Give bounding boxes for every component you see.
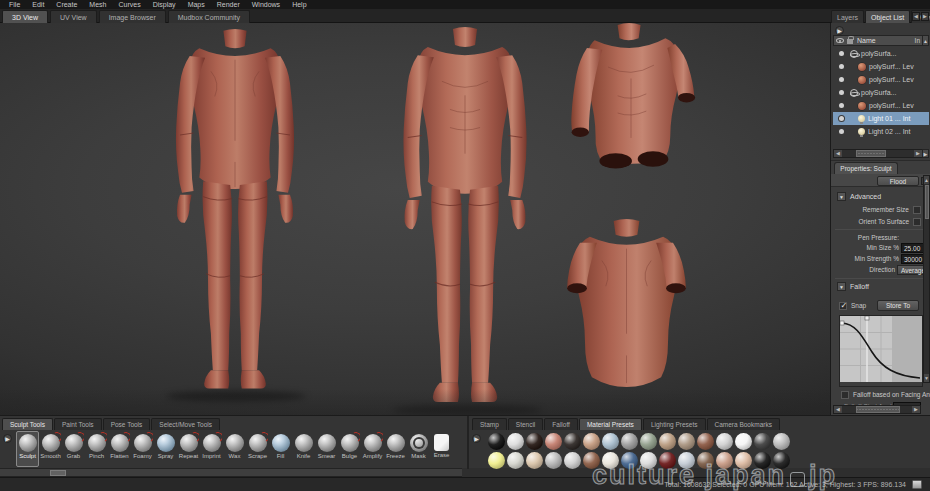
- collapse-triangle-icon[interactable]: ▼: [837, 192, 846, 201]
- menu-item-file[interactable]: File: [3, 0, 26, 9]
- visibility-dot-icon[interactable]: [839, 51, 844, 56]
- tool-grab[interactable]: Grab: [62, 431, 85, 467]
- material-preset-r1-12[interactable]: [697, 433, 714, 450]
- scroll-right-button[interactable]: ▶: [912, 406, 920, 413]
- material-preset-r2-5[interactable]: [564, 452, 581, 469]
- tab-image-browser[interactable]: Image Browser: [99, 10, 166, 23]
- panel-tabs-left-arrow[interactable]: ◀: [912, 12, 920, 21]
- tray-tab-stamp[interactable]: Stamp: [472, 418, 507, 430]
- model-torso-front[interactable]: [550, 23, 712, 181]
- material-preset-r2-2[interactable]: [507, 452, 524, 469]
- material-preset-r1-4[interactable]: [545, 433, 562, 450]
- scroll-left-button[interactable]: ◀: [834, 406, 842, 413]
- tab-uv-view[interactable]: UV View: [50, 10, 97, 23]
- material-preset-r2-6[interactable]: [583, 452, 600, 469]
- object-list-item-light-01-int[interactable]: Light 01 ... Int: [833, 112, 929, 125]
- visibility-dot-icon[interactable]: [839, 116, 844, 121]
- material-preset-r2-3[interactable]: [526, 452, 543, 469]
- falloff-curve-editor[interactable]: [839, 315, 923, 387]
- tray-tab-pose-tools[interactable]: Pose Tools: [103, 418, 151, 430]
- store-to-button[interactable]: Store To: [877, 300, 919, 311]
- scroll-corner[interactable]: ▶: [922, 149, 929, 158]
- menu-item-edit[interactable]: Edit: [26, 0, 50, 9]
- tool-repeat[interactable]: Repeat: [177, 431, 200, 467]
- scroll-down-button[interactable]: ▼: [924, 374, 929, 382]
- material-preset-r2-1[interactable]: [488, 452, 505, 469]
- tool-smooth[interactable]: Smooth: [39, 431, 62, 467]
- collapse-triangle-icon[interactable]: ▼: [837, 282, 846, 291]
- properties-hscrollbar[interactable]: ◀ ▶: [833, 405, 921, 414]
- scroll-thumb[interactable]: [856, 150, 886, 157]
- panel-tab-layers[interactable]: Layers: [831, 10, 864, 23]
- properties-tab[interactable]: Properties: Sculpt: [834, 162, 898, 174]
- model-body-back-view[interactable]: [146, 27, 324, 403]
- tool-pinch[interactable]: Pinch: [85, 431, 108, 467]
- tool-fill[interactable]: Fill: [269, 431, 292, 467]
- tool-foamy[interactable]: Foamy: [131, 431, 154, 467]
- scroll-thumb[interactable]: [50, 470, 66, 476]
- tool-scrape[interactable]: Scrape: [246, 431, 269, 467]
- tray-tab-falloff[interactable]: Falloff: [544, 418, 578, 430]
- tray-tab-select-move-tools[interactable]: Select/Move Tools: [151, 418, 220, 430]
- scroll-thumb[interactable]: [856, 406, 900, 413]
- material-preset-r1-8[interactable]: [621, 433, 638, 450]
- tool-knife[interactable]: Knife: [292, 431, 315, 467]
- material-preset-r2-7[interactable]: [602, 452, 619, 469]
- material-preset-r2-8[interactable]: [621, 452, 638, 469]
- snap-checkbox[interactable]: [839, 302, 847, 310]
- tray-tab-camera-bookmarks[interactable]: Camera Bookmarks: [707, 418, 780, 430]
- material-preset-r1-13[interactable]: [716, 433, 733, 450]
- material-preset-r2-16[interactable]: [773, 452, 790, 469]
- material-preset-r1-1[interactable]: [488, 433, 505, 450]
- tray-tab-lighting-presets[interactable]: Lighting Presets: [643, 418, 706, 430]
- menu-item-create[interactable]: Create: [50, 0, 83, 9]
- material-preset-r2-15[interactable]: [754, 452, 771, 469]
- tray-expand-button[interactable]: ▶: [472, 434, 481, 443]
- tool-bulge[interactable]: Bulge: [338, 431, 361, 467]
- object-list-item-light-02-int[interactable]: Light 02 ... Int: [833, 125, 929, 138]
- object-list-item-polysurf-lev[interactable]: polySurf... Lev: [833, 73, 929, 86]
- material-preset-r1-2[interactable]: [507, 433, 524, 450]
- material-preset-r1-9[interactable]: [640, 433, 657, 450]
- model-torso-back[interactable]: [548, 217, 706, 395]
- tool-amplify[interactable]: Amplify: [361, 431, 384, 467]
- object-list-expand-button[interactable]: ▶: [835, 26, 844, 35]
- name-column-header[interactable]: Name: [857, 37, 915, 44]
- menu-item-maps[interactable]: Maps: [182, 0, 211, 9]
- material-preset-r1-15[interactable]: [754, 433, 771, 450]
- viewport-3d[interactable]: [0, 23, 830, 415]
- tool-flatten[interactable]: Flatten: [108, 431, 131, 467]
- material-preset-r1-14[interactable]: [735, 433, 752, 450]
- visibility-dot-icon[interactable]: [839, 77, 844, 82]
- tool-wax[interactable]: Wax: [223, 431, 246, 467]
- material-preset-r2-13[interactable]: [716, 452, 733, 469]
- material-preset-r1-16[interactable]: [773, 433, 790, 450]
- tool-spray[interactable]: Spray: [154, 431, 177, 467]
- material-preset-r1-5[interactable]: [564, 433, 581, 450]
- visibility-eye-icon[interactable]: [836, 38, 844, 43]
- object-list-item-polysurf-lev[interactable]: polySurf... Lev: [833, 60, 929, 73]
- menu-item-curves[interactable]: Curves: [112, 0, 146, 9]
- menu-item-render[interactable]: Render: [211, 0, 246, 9]
- menu-item-help[interactable]: Help: [286, 0, 312, 9]
- material-preset-r1-3[interactable]: [526, 433, 543, 450]
- tool-sculpt[interactable]: Sculpt: [16, 431, 39, 467]
- material-preset-r1-11[interactable]: [678, 433, 695, 450]
- model-body-front-view[interactable]: [370, 25, 560, 415]
- material-preset-r2-10[interactable]: [659, 452, 676, 469]
- material-preset-r2-12[interactable]: [697, 452, 714, 469]
- object-list-item-polysurfa[interactable]: polySurfa...: [833, 86, 929, 99]
- scroll-right-button[interactable]: ▶: [914, 150, 922, 157]
- tab-3d-view[interactable]: 3D View: [2, 10, 48, 23]
- visibility-dot-icon[interactable]: [839, 64, 844, 69]
- material-preset-r1-7[interactable]: [602, 433, 619, 450]
- tool-erase[interactable]: Erase: [430, 431, 453, 467]
- tool-freeze[interactable]: Freeze: [384, 431, 407, 467]
- tray-tab-sculpt-tools[interactable]: Sculpt Tools: [2, 418, 53, 430]
- scroll-up-button[interactable]: ▲: [924, 176, 929, 184]
- tool-mask[interactable]: Mask: [407, 431, 430, 467]
- material-preset-r2-11[interactable]: [678, 452, 695, 469]
- tray-hscrollbar[interactable]: [0, 468, 462, 477]
- properties-vscrollbar[interactable]: ▲ ▼: [923, 175, 930, 383]
- vis-column-header[interactable]: In: [915, 37, 922, 44]
